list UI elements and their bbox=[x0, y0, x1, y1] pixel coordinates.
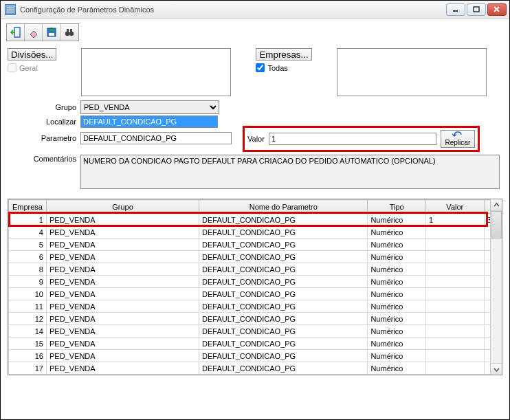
maximize-button[interactable] bbox=[467, 3, 486, 16]
valor-input[interactable] bbox=[269, 133, 436, 145]
cell-empresa[interactable]: 6 bbox=[9, 251, 47, 263]
cell-grupo[interactable]: PED_VENDA bbox=[46, 251, 199, 263]
divisoes-button[interactable]: Divisões... bbox=[8, 48, 56, 60]
cell-empresa[interactable]: 14 bbox=[9, 325, 47, 338]
cell-empresa[interactable]: 17 bbox=[9, 362, 47, 375]
cell-valor[interactable] bbox=[426, 251, 485, 263]
scroll-track[interactable] bbox=[491, 239, 502, 363]
table-row[interactable]: 16PED_VENDADEFAULT_CONDICAO_PGNumérico bbox=[9, 350, 502, 362]
col-grupo-header[interactable]: Grupo bbox=[46, 200, 199, 214]
grid-table[interactable]: Empresa Grupo Nome do Parametro Tipo Val… bbox=[8, 199, 502, 375]
cell-valor[interactable] bbox=[426, 325, 485, 338]
scroll-down-button[interactable] bbox=[491, 363, 502, 375]
scroll-up-button[interactable] bbox=[491, 199, 502, 211]
cell-tipo[interactable]: Numérico bbox=[368, 288, 426, 300]
col-valor-header[interactable]: Valor bbox=[426, 200, 485, 214]
replicar-button[interactable]: Replicar bbox=[441, 130, 475, 148]
scroll-thumb[interactable] bbox=[491, 211, 502, 239]
cell-empresa[interactable]: 10 bbox=[9, 288, 47, 300]
empresas-list[interactable] bbox=[337, 48, 487, 96]
cell-nome[interactable]: DEFAULT_CONDICAO_PG bbox=[199, 263, 368, 276]
cell-empresa[interactable]: 1 bbox=[9, 214, 47, 226]
cell-nome[interactable]: DEFAULT_CONDICAO_PG bbox=[199, 362, 368, 375]
table-row[interactable]: 5PED_VENDADEFAULT_CONDICAO_PGNumérico bbox=[9, 239, 502, 251]
titlebar[interactable]: Configuração de Parâmetros Dinâmicos bbox=[1, 1, 509, 19]
cell-grupo[interactable]: PED_VENDA bbox=[46, 350, 199, 362]
col-tipo-header[interactable]: Tipo bbox=[368, 200, 426, 214]
cell-empresa[interactable]: 16 bbox=[9, 350, 47, 362]
cell-grupo[interactable]: PED_VENDA bbox=[46, 214, 199, 226]
exit-button[interactable] bbox=[7, 24, 25, 41]
cell-tipo[interactable]: Numérico bbox=[368, 325, 426, 338]
cell-grupo[interactable]: PED_VENDA bbox=[46, 325, 199, 338]
cell-empresa[interactable]: 5 bbox=[9, 239, 47, 251]
cell-nome[interactable]: DEFAULT_CONDICAO_PG bbox=[199, 300, 368, 313]
cell-nome[interactable]: DEFAULT_CONDICAO_PG bbox=[199, 251, 368, 263]
cell-nome[interactable]: DEFAULT_CONDICAO_PG bbox=[199, 239, 368, 251]
table-row[interactable]: 8PED_VENDADEFAULT_CONDICAO_PGNumérico bbox=[9, 263, 502, 276]
cell-grupo[interactable]: PED_VENDA bbox=[46, 263, 199, 276]
grid-header-row[interactable]: Empresa Grupo Nome do Parametro Tipo Val… bbox=[9, 200, 502, 214]
cell-nome[interactable]: DEFAULT_CONDICAO_PG bbox=[199, 226, 368, 239]
grupo-combo[interactable]: PED_VENDA bbox=[80, 100, 219, 114]
cell-grupo[interactable]: PED_VENDA bbox=[46, 276, 199, 288]
parametro-input[interactable] bbox=[80, 132, 232, 144]
localizar-input[interactable] bbox=[80, 115, 218, 128]
cell-nome[interactable]: DEFAULT_CONDICAO_PG bbox=[199, 325, 368, 338]
cell-tipo[interactable]: Numérico bbox=[368, 338, 426, 350]
table-row[interactable]: 12PED_VENDADEFAULT_CONDICAO_PGNumérico bbox=[9, 313, 502, 325]
table-row[interactable]: 6PED_VENDADEFAULT_CONDICAO_PGNumérico bbox=[9, 251, 502, 263]
cell-empresa[interactable]: 11 bbox=[9, 300, 47, 313]
cell-empresa[interactable]: 9 bbox=[9, 276, 47, 288]
table-row[interactable]: 11PED_VENDADEFAULT_CONDICAO_PGNumérico bbox=[9, 300, 502, 313]
minimize-button[interactable] bbox=[446, 3, 465, 16]
cell-tipo[interactable]: Numérico bbox=[368, 263, 426, 276]
cell-valor[interactable] bbox=[426, 300, 485, 313]
cell-tipo[interactable]: Numérico bbox=[368, 214, 426, 226]
todas-checkbox[interactable]: Todas bbox=[256, 63, 311, 72]
vertical-scrollbar[interactable] bbox=[490, 199, 502, 375]
cell-valor[interactable] bbox=[426, 350, 485, 362]
table-row[interactable]: 4PED_VENDADEFAULT_CONDICAO_PGNumérico bbox=[9, 226, 502, 239]
cell-tipo[interactable]: Numérico bbox=[368, 276, 426, 288]
table-row[interactable]: 10PED_VENDADEFAULT_CONDICAO_PGNumérico bbox=[9, 288, 502, 300]
cell-grupo[interactable]: PED_VENDA bbox=[46, 313, 199, 325]
cell-empresa[interactable]: 4 bbox=[9, 226, 47, 239]
cell-empresa[interactable]: 8 bbox=[9, 263, 47, 276]
cell-grupo[interactable]: PED_VENDA bbox=[46, 226, 199, 239]
cell-tipo[interactable]: Numérico bbox=[368, 362, 426, 375]
col-empresa-header[interactable]: Empresa bbox=[9, 200, 47, 214]
cell-nome[interactable]: DEFAULT_CONDICAO_PG bbox=[199, 276, 368, 288]
cell-empresa[interactable]: 12 bbox=[9, 313, 47, 325]
todas-check-input[interactable] bbox=[256, 63, 265, 72]
cell-grupo[interactable]: PED_VENDA bbox=[46, 288, 199, 300]
cell-grupo[interactable]: PED_VENDA bbox=[46, 338, 199, 350]
cell-valor[interactable] bbox=[426, 362, 485, 375]
cell-nome[interactable]: DEFAULT_CONDICAO_PG bbox=[199, 350, 368, 362]
cell-grupo[interactable]: PED_VENDA bbox=[46, 300, 199, 313]
search-button[interactable] bbox=[60, 24, 78, 41]
col-nome-header[interactable]: Nome do Parametro bbox=[199, 200, 368, 214]
table-row[interactable]: 15PED_VENDADEFAULT_CONDICAO_PGNumérico bbox=[9, 338, 502, 350]
cell-grupo[interactable]: PED_VENDA bbox=[46, 362, 199, 375]
cell-nome[interactable]: DEFAULT_CONDICAO_PG bbox=[199, 313, 368, 325]
cell-tipo[interactable]: Numérico bbox=[368, 300, 426, 313]
save-button[interactable] bbox=[43, 24, 60, 41]
cell-valor[interactable] bbox=[426, 288, 485, 300]
cell-tipo[interactable]: Numérico bbox=[368, 239, 426, 251]
cell-valor[interactable] bbox=[426, 276, 485, 288]
cell-nome[interactable]: DEFAULT_CONDICAO_PG bbox=[199, 338, 368, 350]
cell-empresa[interactable]: 15 bbox=[9, 338, 47, 350]
cell-tipo[interactable]: Numérico bbox=[368, 251, 426, 263]
cell-tipo[interactable]: Numérico bbox=[368, 226, 426, 239]
cell-valor[interactable] bbox=[426, 226, 485, 239]
table-row[interactable]: 9PED_VENDADEFAULT_CONDICAO_PGNumérico bbox=[9, 276, 502, 288]
erase-button[interactable] bbox=[25, 24, 43, 41]
cell-valor[interactable] bbox=[426, 239, 485, 251]
cell-valor[interactable] bbox=[426, 313, 485, 325]
cell-tipo[interactable]: Numérico bbox=[368, 350, 426, 362]
divisoes-list[interactable] bbox=[81, 48, 231, 96]
table-row[interactable]: 14PED_VENDADEFAULT_CONDICAO_PGNumérico bbox=[9, 325, 502, 338]
close-button[interactable] bbox=[487, 3, 507, 16]
table-row[interactable]: 1PED_VENDADEFAULT_CONDICAO_PGNumérico13/ bbox=[9, 214, 502, 226]
